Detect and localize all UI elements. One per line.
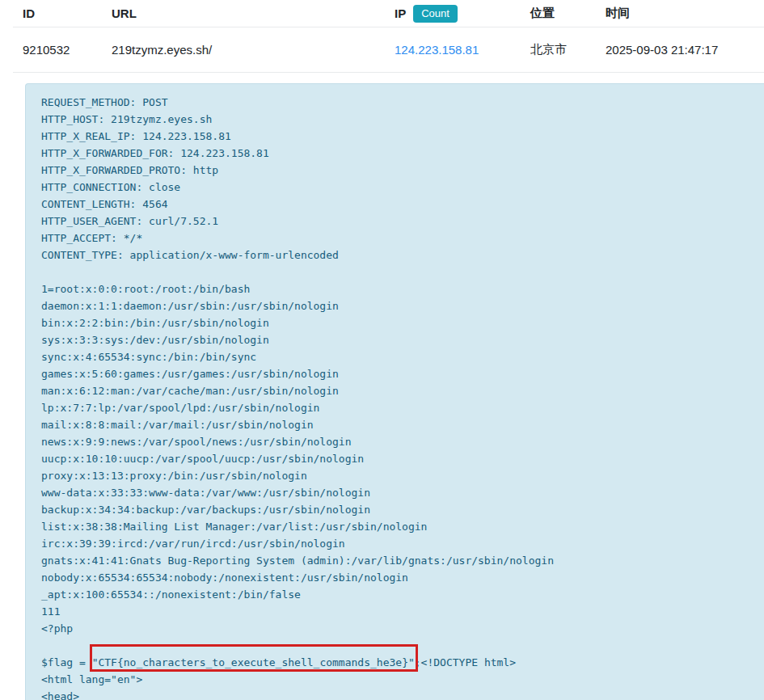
log-detail-page: ID URL IP Count 位置 时间 9210532 219tzymz.e…	[0, 0, 764, 700]
code-line: REQUEST_METHOD: POST	[41, 94, 756, 111]
code-line: list:x:38:38:Mailing List Manager:/var/l…	[41, 518, 756, 535]
code-line: mail:x:8:8:mail:/var/mail:/usr/sbin/nolo…	[41, 416, 756, 433]
code-line: HTTP_X_REAL_IP: 124.223.158.81	[41, 128, 756, 145]
code-line: 1=root:x:0:0:root:/root:/bin/bash	[41, 280, 756, 297]
row-time-cell: 2025-09-03 21:47:17	[606, 43, 764, 57]
code-line: lp:x:7:7:lp:/var/spool/lpd:/usr/sbin/nol…	[41, 399, 756, 416]
code-line	[41, 637, 756, 654]
request-dump-lines-bottom: <html lang="en"><head>	[41, 671, 756, 700]
code-line: www-data:x:33:33:www-data:/var/www:/usr/…	[41, 484, 756, 501]
code-line: proxy:x:13:13:proxy:/bin:/usr/sbin/nolog…	[41, 467, 756, 484]
code-line: bin:x:2:2:bin:/bin:/usr/sbin/nologin	[41, 314, 756, 331]
ip-link[interactable]: 124.223.158.81	[395, 43, 479, 57]
code-line: 111	[41, 603, 756, 620]
row-location-cell: 北京市	[530, 42, 606, 57]
row-id-cell: 9210532	[23, 43, 112, 57]
code-line: <html lang="en">	[41, 671, 756, 688]
code-line: daemon:x:1:1:daemon:/usr/sbin:/usr/sbin/…	[41, 297, 756, 314]
code-line: HTTP_ACCEPT: */*	[41, 230, 756, 247]
code-line: HTTP_CONNECTION: close	[41, 179, 756, 196]
column-header-ip: IP Count	[395, 5, 530, 23]
code-line: games:x:5:60:games:/usr/games:/usr/sbin/…	[41, 365, 756, 382]
code-line: <?php	[41, 620, 756, 637]
column-header-time: 时间	[606, 6, 764, 21]
column-header-ip-label: IP	[395, 6, 406, 20]
code-line: man:x:6:12:man:/var/cache/man:/usr/sbin/…	[41, 382, 756, 399]
column-header-location: 位置	[530, 6, 606, 21]
code-line: nobody:x:65534:65534:nobody:/nonexistent…	[41, 569, 756, 586]
flag-line-prefix: $flag =	[41, 656, 92, 668]
column-header-id: ID	[23, 6, 112, 20]
flag-line: $flag = "CTF{no_characters_to_execute_sh…	[41, 654, 756, 671]
code-line: CONTENT_TYPE: application/x-www-form-url…	[41, 247, 756, 264]
table-row: 9210532 219tzymz.eyes.sh/ 124.223.158.81…	[0, 27, 764, 72]
code-line: HTTP_HOST: 219tzymz.eyes.sh	[41, 111, 756, 128]
code-line: _apt:x:100:65534::/nonexistent:/bin/fals…	[41, 586, 756, 603]
code-line: HTTP_X_FORWARDED_FOR: 124.223.158.81	[41, 145, 756, 162]
table-header: ID URL IP Count 位置 时间	[0, 0, 764, 27]
code-line: sync:x:4:65534:sync:/bin:/bin/sync	[41, 348, 756, 365]
code-line: HTTP_USER_AGENT: curl/7.52.1	[41, 213, 756, 230]
code-line: HTTP_X_FORWARDED_PROTO: http	[41, 162, 756, 179]
row-divider	[13, 72, 764, 73]
code-line: CONTENT_LENGTH: 4564	[41, 196, 756, 213]
code-line: uucp:x:10:10:uucp:/var/spool/uucp:/usr/s…	[41, 450, 756, 467]
code-line	[41, 264, 756, 280]
code-line: <head>	[41, 688, 756, 700]
count-badge-button[interactable]: Count	[413, 5, 458, 23]
code-line: irc:x:39:39:ircd:/var/run/ircd:/usr/sbin…	[41, 535, 756, 552]
request-dump-panel: REQUEST_METHOD: POSTHTTP_HOST: 219tzymz.…	[25, 83, 764, 700]
row-ip-cell: 124.223.158.81	[395, 43, 530, 57]
code-line: news:x:9:9:news:/var/spool/news:/usr/sbi…	[41, 433, 756, 450]
flag-highlight-box: "CTF{no_characters_to_execute_shell_comm…	[92, 656, 415, 668]
code-line: sys:x:3:3:sys:/dev:/usr/sbin/nologin	[41, 331, 756, 348]
code-line: gnats:x:41:41:Gnats Bug-Reporting System…	[41, 552, 756, 569]
request-dump-lines-top: REQUEST_METHOD: POSTHTTP_HOST: 219tzymz.…	[41, 94, 756, 654]
flag-line-suffix: ;<!DOCTYPE html>	[415, 656, 516, 668]
code-line: backup:x:34:34:backup:/var/backups:/usr/…	[41, 501, 756, 518]
column-header-url: URL	[112, 6, 395, 20]
row-url-cell: 219tzymz.eyes.sh/	[112, 43, 395, 57]
